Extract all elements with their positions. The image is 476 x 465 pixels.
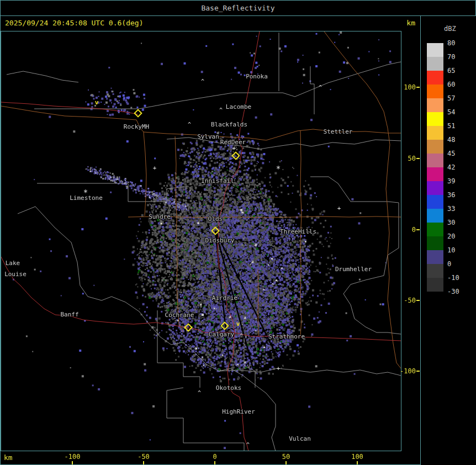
colorbar-block [427,278,443,292]
city-label-calgary: Calgary [209,331,234,338]
city-label-sylvan: Sylvan [197,133,219,140]
city-label-ponoka: Ponoka [246,73,268,80]
bottom-axis-tick [143,461,144,464]
city-label-olds: Olds [208,215,223,223]
city-label-stettler: Stettler [324,128,353,135]
city-label-layer: PonokaLacombeBlackfaldsSylvanRedDeerStet… [1,31,401,451]
header-row: 2025/09/24 20:45:08 UTC 0.6(deg) km [1,16,420,30]
colorbar-block [427,223,443,236]
colorbar-tick-label: -30 [447,288,459,295]
right-axis-tick [416,229,420,230]
right-axis-tick-label: 0 [412,226,416,234]
colorbar-block [427,195,443,209]
city-label-strathmore: Strathmore [268,333,305,340]
colorbar-tick-label: 45 [447,150,455,157]
window-title: Base_Reflectivity [201,4,274,12]
bottom-axis-unit: km [4,453,13,462]
colorbar-block [427,236,443,250]
radar-map: vv**++++^^^^^^^^^ PonokaLacombeBlackfald… [1,31,401,451]
colorbar-block [427,209,443,223]
colorbar-tick-label: 60 [447,81,455,88]
colorbar-block [427,250,443,264]
city-label-okotoks: Okotoks [216,384,241,392]
colorbar-block [427,140,443,154]
right-axis-tick-label: -50 [404,297,416,304]
bottom-axis-tick-label: 100 [351,453,363,461]
colorbar-block [427,126,443,140]
city-label-banff: Banff [60,311,78,318]
city-label-limestone: Limestone [70,194,103,202]
bottom-axis-tick-label: 50 [282,453,290,461]
colorbar-tick-label: 65 [447,67,455,75]
city-label-vulcan: Vulcan [289,435,311,442]
colorbar-tick-label: 0 [447,260,451,268]
colorbar-block [427,57,443,71]
colorbar-tick-label: 39 [447,177,455,185]
city-label-didsbury: Didsbury [205,237,235,244]
colorbar-tick-label: 30 [447,219,455,226]
radar-app-window: Base_Reflectivity 2025/09/24 20:45:08 UT… [0,0,476,465]
city-label-lacombe: Lacombe [226,103,251,110]
bottom-axis-tick [72,461,73,464]
right-axis-tick-label: -100 [400,367,416,375]
right-axis-tick-label: 100 [404,83,416,91]
right-axis-tick-label: 50 [408,155,416,162]
colorbar-block [427,84,443,98]
colorbar-block [427,43,443,57]
city-label-blackfalds: Blackfalds [211,121,247,128]
right-axis-unit-label: km [406,19,415,27]
colorbar-tick-label: 20 [447,232,455,240]
city-label-sundre: Sundre [149,213,171,220]
colorbar-tick-label: 57 [447,94,455,102]
city-label-lake: Lake [6,260,20,267]
bottom-axis-tick [214,461,215,464]
bottom-axis: km -100-50050100 [1,452,420,465]
colorbar-block [427,71,443,84]
right-axis: 100500-50-100 [402,31,420,451]
colorbar-tick-label: 70 [447,53,455,61]
city-label-highriver: HighRiver [222,408,255,415]
colorbar-block [427,98,443,112]
colorbar-block [427,167,443,181]
city-label-drumheller: Drumheller [335,266,372,273]
colorbar-tick-label: 48 [447,136,455,144]
city-label-airdrie: Airdrie [212,294,237,302]
colorbar-tick-label: 51 [447,122,455,130]
right-axis-tick [416,87,420,88]
city-label-threehills: ThreeHills [280,228,316,235]
colorbar-tick-label: 36 [447,191,455,199]
bottom-axis-tick [357,461,358,464]
city-label-rockymh: RockyMH [124,123,149,130]
city-label-innisfail: Innisfail [201,177,234,184]
colorbar-block [427,154,443,167]
right-axis-tick [416,300,420,301]
title-bar: Base_Reflectivity [1,1,475,16]
bottom-axis-tick-label: -100 [65,453,81,461]
bottom-axis-tick [285,461,287,464]
bottom-axis-tick-label: 0 [213,453,216,461]
colorbar-tick-label: -10 [447,274,459,282]
colorbar-block [427,112,443,126]
colorbar-tick-label: 54 [447,108,455,116]
scan-timestamp: 2025/09/24 20:45:08 UTC 0.6(deg) [5,19,143,27]
colorbar-tick-label: 80 [447,39,455,47]
colorbar-tick-label: 33 [447,205,455,213]
colorbar-tick-label: 10 [447,246,455,254]
colorbar-block [427,181,443,195]
city-label-cochrane: Cochrane [165,311,194,319]
colorbar-block [427,264,443,278]
colorbar-tick-label: 42 [447,163,455,171]
bottom-axis-tick-label: -50 [137,453,150,461]
right-axis-tick [416,371,420,372]
right-axis-tick [416,158,420,159]
colorbar-panel: dBZ 807065605754514845423936333020100-10… [420,16,476,465]
colorbar-unit: dBZ [444,25,456,33]
city-label-louise: Louise [4,271,27,278]
city-label-reddeer: RedDeer [220,139,246,146]
